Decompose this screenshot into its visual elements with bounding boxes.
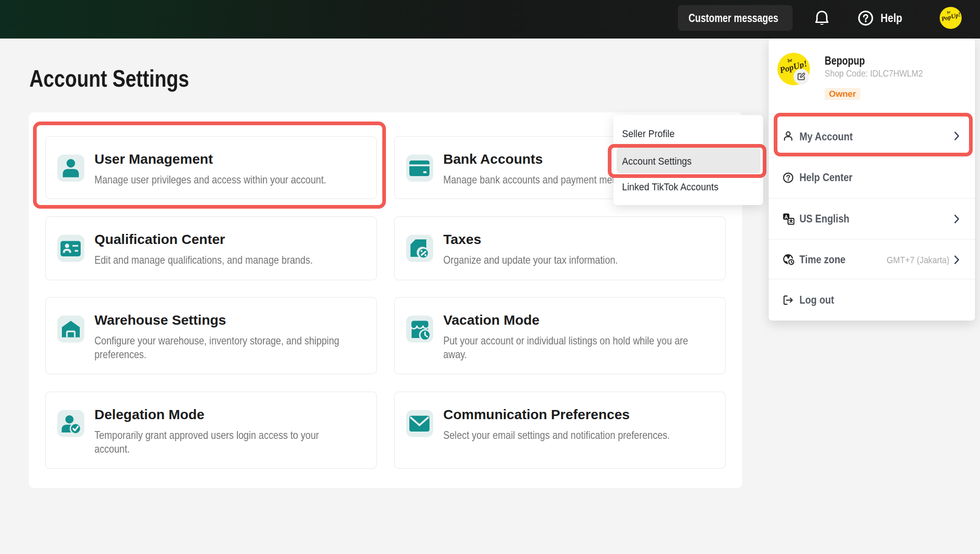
svg-text:A: A [784,214,788,220]
